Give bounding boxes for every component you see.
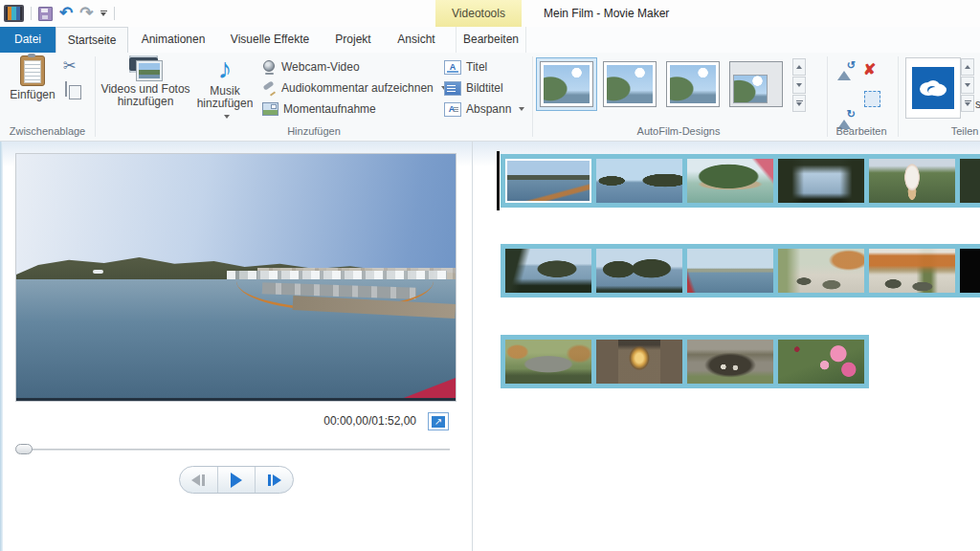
onedrive-cloud-icon (912, 67, 954, 109)
title-button[interactable]: A Titel (444, 57, 487, 77)
storyboard-clip-temple-door[interactable] (596, 340, 682, 384)
snapshot-icon (262, 102, 278, 116)
tab-datei[interactable]: Datei (0, 27, 56, 53)
share-onedrive-button[interactable] (905, 57, 961, 119)
share-more-button[interactable] (961, 95, 974, 112)
autofilm-design-contemporary[interactable] (599, 57, 660, 111)
storyboard-clip-harbor[interactable] (505, 159, 591, 203)
delete-x-icon: ✘ (863, 61, 876, 77)
transport-controls (179, 466, 294, 494)
music-note-icon: ♪ (218, 55, 233, 82)
window-title: Mein Film - Movie Maker (544, 0, 669, 27)
play-icon (231, 473, 242, 488)
title-icon: A (444, 60, 461, 75)
copy-button[interactable] (65, 82, 67, 96)
quick-access-toolbar: ↶ ↷ (4, 3, 115, 24)
credits-label: Abspann (466, 102, 511, 116)
dropdown-arrow-icon (224, 115, 230, 119)
cut-button[interactable]: ✂ (63, 57, 76, 75)
previous-frame-button[interactable] (180, 467, 217, 493)
ribbon: Einfügen ✂ Zwischenablage Videos und Fot… (0, 53, 980, 142)
movie-maker-app-icon[interactable] (4, 5, 24, 22)
tab-bearbeiten-contextual[interactable]: Bearbeiten (456, 27, 526, 53)
paste-label: Einfügen (10, 89, 55, 101)
copy-icon (65, 81, 67, 97)
autofilm-design-frames[interactable] (725, 57, 787, 111)
fullscreen-arrow-icon: ↗ (432, 416, 445, 428)
seek-slider-thumb[interactable] (15, 444, 33, 454)
rotate-left-button[interactable]: ↺ (835, 61, 856, 82)
storyboard-playhead[interactable] (497, 151, 500, 210)
tab-ansicht[interactable]: Ansicht (387, 27, 446, 53)
group-separator (898, 56, 899, 137)
storyboard-clip-ice-cream[interactable] (869, 159, 955, 203)
storyboard-row-3 (501, 335, 869, 388)
storyboard-clip-island-trees[interactable] (687, 159, 773, 203)
add-videos-photos-button[interactable]: Videos und Fotos hinzufügen (100, 55, 191, 108)
record-narration-button[interactable]: Audiokommentar aufzeichnen (262, 78, 447, 98)
caption-label: Bildtitel (466, 81, 503, 95)
storyboard-clip-black-clip[interactable] (960, 249, 980, 293)
webcam-video-button[interactable]: Webcam-Video (262, 57, 360, 77)
tab-projekt[interactable]: Projekt (323, 27, 383, 53)
timecode: 00:00,00/01:52,00 (191, 414, 416, 428)
rotate-left-icon (837, 71, 851, 80)
scissors-icon: ✂ (63, 57, 76, 74)
title-label: Titel (466, 60, 487, 74)
add-music-button[interactable]: ♪ Musik hinzufügen (193, 55, 256, 122)
storyboard-clip-temple-forest[interactable] (505, 340, 591, 384)
caption-icon (444, 81, 461, 96)
narration-label: Audiokommentar aufzeichnen (281, 81, 434, 95)
title-bar: ↶ ↷ Videotools Mein Film - Movie Maker (0, 0, 980, 27)
videos-photos-icon (129, 55, 162, 80)
storyboard-clip-zen-mist[interactable] (778, 249, 864, 293)
group-label-teilen: Teilen (934, 124, 980, 138)
storyboard-clip-dark-cove[interactable] (778, 159, 864, 203)
storyboard-clip-calm-bay[interactable] (596, 159, 682, 203)
undo-icon[interactable]: ↶ (59, 7, 73, 20)
storyboard-clip-autumn-garden[interactable] (869, 249, 955, 293)
group-label-hinzufuegen: Hinzufügen (96, 124, 532, 138)
gallery-scroll-up-button[interactable] (792, 58, 806, 76)
group-label-bearbeiten: Bearbeiten (827, 124, 896, 138)
contextual-tab-group-videotools: Videotools (435, 0, 522, 27)
storyboard-clip-bay-pano[interactable] (687, 249, 773, 293)
preview-video (15, 153, 457, 402)
storyboard-clip-cave-statues[interactable] (687, 340, 773, 384)
remove-button[interactable]: ✘ (863, 60, 876, 79)
storyboard-clip-pink-flowers[interactable] (778, 340, 864, 384)
storyboard-clip-dark-partial[interactable] (960, 159, 980, 203)
seek-slider-track[interactable] (17, 449, 450, 451)
tab-startseite[interactable]: Startseite (56, 27, 128, 53)
webcam-label: Webcam-Video (281, 60, 360, 74)
save-icon[interactable] (38, 7, 53, 21)
credits-icon: A (444, 102, 461, 117)
fullscreen-button[interactable]: ↗ (428, 412, 449, 430)
truncated-share-text: s (975, 98, 980, 111)
credits-button[interactable]: A Abspann (444, 99, 524, 119)
tab-visuelle-effekte[interactable]: Visuelle Effekte (222, 27, 318, 53)
customize-qat-icon[interactable] (100, 11, 107, 16)
caption-button[interactable]: Bildtitel (444, 78, 503, 98)
gallery-scroll-down-button[interactable] (792, 77, 806, 94)
previous-frame-icon (191, 474, 200, 486)
autofilm-design-standard[interactable] (536, 57, 597, 111)
play-button[interactable] (217, 467, 256, 493)
movie-maker-window: ↶ ↷ Videotools Mein Film - Movie Maker D… (0, 0, 980, 551)
snapshot-button[interactable]: Momentaufnahme (262, 99, 376, 119)
next-frame-button[interactable] (255, 467, 293, 493)
paste-button[interactable]: Einfügen (6, 55, 59, 101)
gallery-more-button[interactable] (792, 95, 806, 112)
redo-icon[interactable]: ↷ (79, 7, 93, 20)
group-label-zwischenablage: Zwischenablage (0, 124, 95, 138)
storyboard-clip-forest-island[interactable] (505, 249, 591, 293)
share-scroll-up-button[interactable] (961, 58, 974, 76)
select-all-button[interactable] (864, 91, 880, 107)
share-scroll-down-button[interactable] (961, 77, 974, 94)
tab-animationen[interactable]: Animationen (134, 27, 212, 53)
add-videos-label: Videos und Fotos hinzufügen (100, 83, 191, 108)
storyboard-clip-two-islands[interactable] (596, 249, 682, 293)
snapshot-label: Momentaufnahme (283, 102, 376, 116)
autofilm-design-cinematic[interactable] (662, 57, 724, 111)
qat-separator (31, 7, 32, 20)
